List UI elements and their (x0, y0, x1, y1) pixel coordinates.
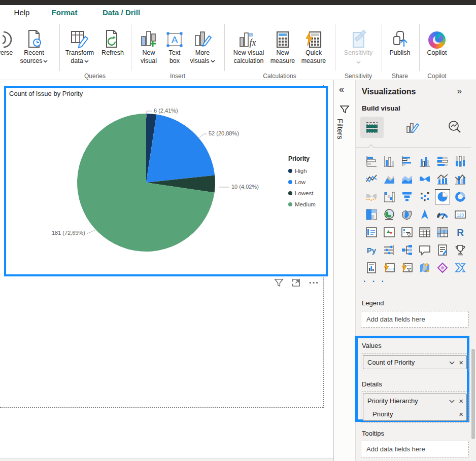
legend-item[interactable]: High (288, 165, 316, 176)
visual-type-stacked-bar-chart[interactable] (364, 154, 379, 169)
visual-type-azure-map[interactable] (417, 207, 432, 222)
visual-type-gauge[interactable] (435, 207, 450, 222)
publish-icon (385, 24, 415, 49)
visual-type-power-apps[interactable] (435, 260, 450, 275)
remove-field-icon[interactable]: × (459, 410, 463, 418)
visual-type-stacked-column-chart[interactable] (382, 154, 397, 169)
visual-type-donut-chart[interactable] (453, 189, 468, 204)
recent-sources-button[interactable]: Recent sources (17, 24, 51, 65)
more-visuals-button[interactable]: More visuals (187, 24, 218, 65)
visual-type-quick-slicer[interactable] (399, 260, 415, 275)
tooltips-well-dropzone[interactable]: Add data fields here (361, 441, 469, 457)
legend-well-dropzone[interactable]: Add data fields here (361, 311, 469, 328)
visual-type-100-stacked-column-chart[interactable] (453, 154, 468, 169)
more-visuals-icon (187, 24, 218, 49)
visual-type-power-automate[interactable] (453, 260, 468, 275)
tab-format[interactable]: Format (42, 5, 87, 20)
quick-measure-button[interactable]: Quick measure (298, 24, 329, 65)
svg-text:123: 123 (456, 212, 463, 218)
pie-chart-visual[interactable]: Count of Issue by Priority 6 (2,41%) 52 … (4, 86, 328, 276)
legend-well-label: Legend (362, 299, 384, 307)
visual-type-r-script-visual[interactable]: R (453, 225, 468, 240)
remove-field-icon[interactable]: × (459, 358, 463, 367)
chevron-down-icon (84, 57, 89, 65)
chevron-down-icon[interactable] (449, 359, 455, 366)
visual-type-ribbon-chart[interactable] (417, 171, 432, 187)
new-visual-button[interactable]: New visual (135, 24, 162, 65)
visual-type-clustered-column-chart[interactable] (417, 154, 432, 169)
visual-type-kpi[interactable] (382, 225, 397, 240)
visual-type-line-and-clustered-column-chart[interactable] (453, 171, 468, 187)
legend-item[interactable]: Medium (288, 199, 316, 210)
visual-type-multi-row-card[interactable] (364, 225, 379, 240)
transform-data-button[interactable]: Transform data (62, 24, 97, 65)
report-canvas[interactable]: Count of Issue by Priority 6 (2,41%) 52 … (0, 80, 333, 461)
remove-field-icon[interactable]: × (459, 397, 463, 405)
get-more-visuals-button[interactable]: · · · (363, 277, 386, 286)
expand-filters-icon[interactable]: « (339, 84, 344, 95)
visual-type-python-visual[interactable]: Py (364, 242, 379, 258)
visual-type-power-bi-quick-card[interactable]: 123 (382, 260, 397, 275)
visual-type-scatter-chart[interactable] (417, 189, 432, 204)
publish-button[interactable]: Publish (385, 24, 415, 57)
visual-type-matrix[interactable] (435, 225, 450, 240)
visual-type-line-chart[interactable] (364, 171, 379, 187)
build-visual-label: Build visual (362, 104, 400, 112)
visual-type-clustered-bar-chart[interactable] (399, 154, 415, 169)
chevron-down-icon[interactable] (449, 397, 455, 405)
visual-type-button-slicer[interactable] (382, 242, 397, 258)
chart-legend: Priority HighLowLowestMedium (288, 155, 316, 210)
visual-type-waterfall-chart[interactable] (382, 189, 397, 204)
field-pill[interactable]: Count of Priority × (363, 355, 467, 369)
filter-icon[interactable] (274, 278, 284, 290)
visual-type-filled-map[interactable] (399, 207, 415, 222)
text-box-icon: A (163, 24, 186, 49)
visual-type-qa-visual[interactable] (417, 242, 432, 258)
visual-type-funnel-chart[interactable] (399, 189, 415, 204)
visual-type-treemap[interactable] (364, 207, 379, 222)
copilot-button[interactable]: Copilot (422, 24, 452, 57)
visual-type-stacked-area-chart[interactable] (399, 171, 415, 187)
visual-type-card[interactable]: 123 (453, 207, 468, 222)
tab-build-visual[interactable] (360, 117, 384, 138)
values-well[interactable]: Count of Priority × (361, 353, 469, 371)
field-pill-group[interactable]: Priority Hierarchy × Priority × (363, 394, 467, 421)
group-label-share: Share (392, 73, 408, 80)
more-options-icon[interactable] (309, 278, 319, 290)
visual-type-decomposition-tree[interactable] (399, 242, 415, 258)
details-well[interactable]: Priority Hierarchy × Priority × (361, 392, 469, 423)
scrollbar-thumb[interactable] (471, 349, 475, 439)
pie-slice-Low[interactable] (146, 115, 215, 183)
visualizations-title: Visualizations (362, 87, 416, 96)
visual-type-smart-narrative[interactable] (435, 242, 450, 258)
refresh-button[interactable]: Refresh (97, 24, 128, 57)
refresh-label: Refresh (97, 49, 128, 57)
visual-type-100-stacked-bar-chart[interactable] (435, 154, 450, 169)
visual-type-metrics[interactable] (453, 242, 468, 258)
expand-pane-icon[interactable]: » (457, 86, 462, 96)
tab-help[interactable]: Help (6, 5, 38, 20)
new-visual-calculation-button[interactable]: fx New visual calculation (228, 24, 269, 65)
new-measure-button[interactable]: New measure (268, 24, 297, 65)
visual-type-pie-chart[interactable] (435, 189, 450, 204)
visual-type-area-chart[interactable] (382, 171, 397, 187)
tab-format-visual[interactable] (400, 117, 424, 138)
focus-mode-icon[interactable] (291, 278, 301, 290)
visual-type-arcgis-map[interactable] (417, 260, 432, 275)
tab-analytics[interactable] (443, 117, 466, 138)
more-visuals-label: More visuals (187, 49, 218, 65)
pane-scrollbar[interactable] (471, 80, 476, 461)
visual-type-line-and-stacked-column-chart[interactable] (435, 171, 450, 187)
filters-pane-collapsed[interactable]: « Filters (334, 80, 356, 461)
visual-type-map[interactable] (382, 207, 397, 222)
visual-type-paginated-report[interactable] (364, 260, 379, 275)
text-box-button[interactable]: A Text box (163, 24, 186, 65)
visual-type-slicer[interactable] (399, 225, 415, 240)
visual-type-smoothed-area-chart[interactable] (364, 189, 379, 204)
legend-item[interactable]: Lowest (288, 188, 316, 199)
visual-type-table[interactable] (417, 225, 432, 240)
status-bar-edge (0, 458, 333, 461)
analytics-icon (447, 120, 462, 135)
legend-item[interactable]: Low (288, 176, 316, 188)
tab-data-drill[interactable]: Data / Drill (90, 5, 152, 20)
